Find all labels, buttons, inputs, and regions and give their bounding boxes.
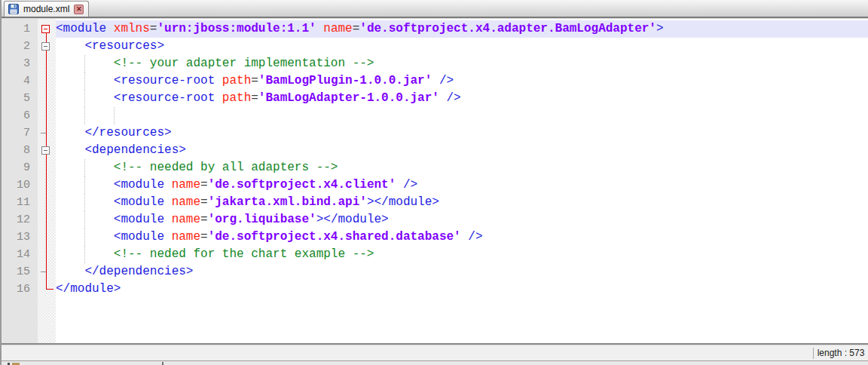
indent-guide: [84, 229, 85, 246]
indent-guide: [84, 107, 85, 124]
fold-margin: [38, 263, 56, 281]
fold-margin[interactable]: [38, 142, 56, 159]
code-text: <module name='org.liquibase'></module>: [56, 211, 868, 229]
fold-margin: [38, 229, 56, 246]
code-line[interactable]: 16</module>: [2, 281, 868, 298]
code-area: 1<module xmlns='urn:jboss:module:1.1' na…: [2, 19, 868, 298]
indent-guide: [84, 176, 85, 194]
line-number: 15: [2, 263, 38, 281]
close-icon[interactable]: ✕: [74, 5, 84, 14]
code-text: <module xmlns='urn:jboss:module:1.1' nam…: [56, 20, 868, 38]
fold-margin: [38, 107, 56, 124]
line-number: 14: [2, 246, 38, 263]
line-number: 6: [2, 107, 38, 124]
status-bar-left-section: [2, 345, 813, 360]
code-text: <dependencies>: [56, 142, 868, 159]
line-number: 11: [2, 194, 38, 211]
line-number: 12: [2, 211, 38, 229]
indent-guide: [84, 90, 85, 107]
code-line[interactable]: 9 <!-- needed by all adapters -->: [2, 159, 868, 176]
line-number: 9: [2, 159, 38, 176]
code-line[interactable]: 15 </dependencies>: [2, 263, 868, 281]
fold-margin: [38, 90, 56, 107]
line-number: 2: [2, 38, 38, 55]
fold-margin[interactable]: [38, 38, 56, 55]
code-line[interactable]: 1<module xmlns='urn:jboss:module:1.1' na…: [2, 20, 868, 38]
code-text: <!-- neded for the chart example -->: [56, 246, 868, 263]
line-number: 7: [2, 124, 38, 142]
cropped-background-strip: [2, 360, 868, 365]
line-number: 8: [2, 142, 38, 159]
editor[interactable]: 1<module xmlns='urn:jboss:module:1.1' na…: [2, 19, 868, 343]
code-line[interactable]: 14 <!-- neded for the chart example -->: [2, 246, 868, 263]
indent-guide: [114, 107, 115, 124]
line-number: 1: [2, 20, 38, 38]
code-text: </resources>: [56, 124, 868, 142]
code-text: <!-- needed by all adapters -->: [56, 159, 868, 176]
code-text: <resources>: [56, 38, 868, 55]
status-length-indicator: length : 573: [814, 348, 868, 358]
code-line[interactable]: 4 <resource-root path='BamLogPlugin-1.0.…: [2, 72, 868, 90]
code-line[interactable]: 6: [2, 107, 868, 124]
fold-margin: [38, 211, 56, 229]
indent-guide: [84, 55, 85, 72]
code-line[interactable]: 11 <module name='jakarta.xml.bind.api'><…: [2, 194, 868, 211]
fold-margin: [38, 194, 56, 211]
code-line[interactable]: 12 <module name='org.liquibase'></module…: [2, 211, 868, 229]
tab-title: module.xml: [22, 4, 71, 14]
code-text: <module name='de.softproject.x4.shared.d…: [56, 229, 868, 246]
fold-margin: [38, 124, 56, 142]
indent-guide: [84, 159, 85, 176]
indent-guide: [84, 194, 85, 211]
line-number: 16: [2, 281, 38, 298]
code-line[interactable]: 7 </resources>: [2, 124, 868, 142]
line-number: 3: [2, 55, 38, 72]
code-line[interactable]: 3 <!-- your adapter implementation -->: [2, 55, 868, 72]
code-line[interactable]: 13 <module name='de.softproject.x4.share…: [2, 229, 868, 246]
notepad-plus-plus-window: module.xml ✕ 1<module xmlns='urn:jboss:m…: [0, 0, 868, 365]
code-text: </dependencies>: [56, 263, 868, 281]
fold-margin: [38, 55, 56, 72]
tab-module-xml[interactable]: module.xml ✕: [4, 1, 89, 17]
fold-margin: [38, 72, 56, 90]
fold-collapse-icon[interactable]: [41, 25, 50, 33]
fold-collapse-icon[interactable]: [41, 42, 50, 51]
code-line[interactable]: 8 <dependencies>: [2, 142, 868, 159]
indent-guide: [84, 211, 85, 229]
status-bar: length : 573: [2, 345, 868, 360]
line-number: 13: [2, 229, 38, 246]
code-text: <resource-root path='BamLogAdapter-1.0.0…: [56, 90, 868, 107]
code-text: <module name='de.softproject.x4.client' …: [56, 176, 868, 194]
line-number: 4: [2, 72, 38, 90]
line-number: 5: [2, 90, 38, 107]
indent-guide: [84, 72, 85, 90]
fold-margin: [38, 281, 56, 298]
fold-margin: [38, 176, 56, 194]
fold-margin: [38, 159, 56, 176]
indent-guide: [84, 246, 85, 263]
code-text: <!-- your adapter implementation -->: [56, 55, 868, 72]
line-number: 10: [2, 176, 38, 194]
fold-collapse-icon[interactable]: [41, 146, 50, 155]
code-line[interactable]: 2 <resources>: [2, 38, 868, 55]
code-text: <module name='jakarta.xml.bind.api'></mo…: [56, 194, 868, 211]
tab-bar: module.xml ✕: [2, 0, 868, 17]
code-line[interactable]: 5 <resource-root path='BamLogAdapter-1.0…: [2, 90, 868, 107]
saved-floppy-icon: [8, 4, 19, 14]
code-text: [56, 107, 868, 124]
code-text: </module>: [56, 281, 868, 298]
code-line[interactable]: 10 <module name='de.softproject.x4.clien…: [2, 176, 868, 194]
fold-margin[interactable]: [38, 20, 56, 38]
code-text: <resource-root path='BamLogPlugin-1.0.0.…: [56, 72, 868, 90]
fold-margin: [38, 246, 56, 263]
